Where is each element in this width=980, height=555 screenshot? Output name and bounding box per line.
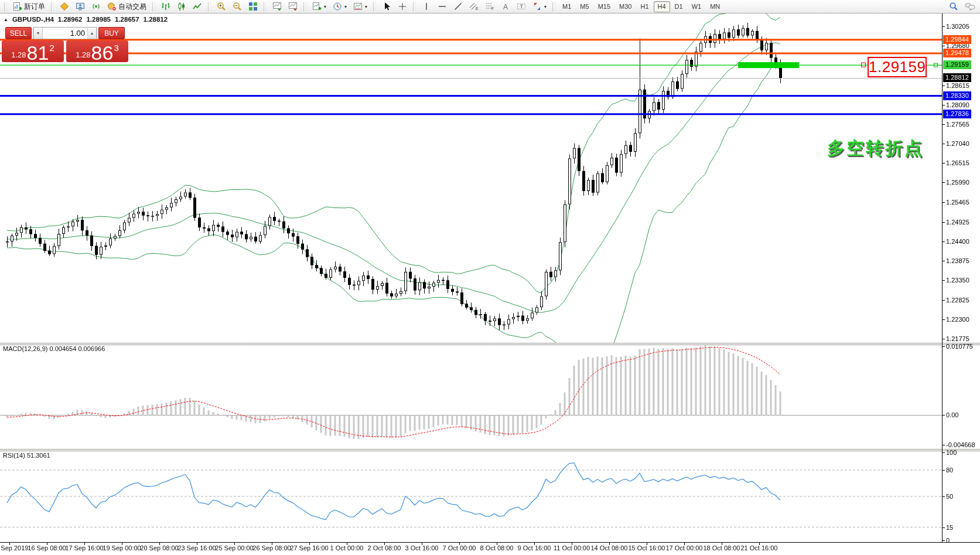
search-icon bbox=[949, 2, 958, 11]
vertical-line-button[interactable] bbox=[419, 1, 434, 13]
toolbar-drag-handle[interactable] bbox=[552, 2, 555, 11]
toolbar-drag-handle[interactable] bbox=[413, 2, 416, 11]
timeframe-m5[interactable]: M5 bbox=[576, 1, 593, 12]
chart-shift-button[interactable] bbox=[285, 1, 301, 13]
ohlc-high: 1.28985 bbox=[86, 16, 111, 23]
horizontal-line-icon bbox=[438, 2, 447, 11]
svg-text:A: A bbox=[503, 3, 508, 11]
toolbar: 新订单 自动交易 ▾ ▾ ▾ E F A T ▾ M1 M5 M15 M30 H… bbox=[0, 0, 980, 13]
signals-button[interactable] bbox=[88, 1, 104, 13]
chevron-down-icon: ▾ bbox=[365, 4, 367, 9]
market-watch-button[interactable] bbox=[57, 1, 72, 13]
vertical-line-icon bbox=[422, 2, 431, 11]
buy-button[interactable]: BUY bbox=[98, 27, 125, 39]
volume-stepper: ▼ ▲ bbox=[33, 27, 97, 39]
timeframe-h1[interactable]: H1 bbox=[636, 1, 653, 12]
horizontal-line-button[interactable] bbox=[435, 1, 450, 13]
periods-button[interactable]: ▾ bbox=[330, 1, 350, 13]
toolbar-drag-handle[interactable] bbox=[152, 2, 155, 11]
chevron-down-icon: ▾ bbox=[544, 4, 547, 9]
zoom-in-button[interactable] bbox=[214, 1, 229, 13]
autotrading-button[interactable]: 自动交易 bbox=[104, 1, 149, 13]
symbol-period-label: GBPUSD-,H4 bbox=[12, 16, 54, 23]
text-icon: A bbox=[501, 2, 510, 11]
sell-button[interactable]: SELL bbox=[5, 27, 32, 39]
chart-shift-icon bbox=[288, 2, 298, 11]
new-chart-button[interactable]: ▾ bbox=[309, 1, 329, 13]
templates-button[interactable]: ▾ bbox=[350, 1, 370, 13]
volume-input[interactable] bbox=[43, 28, 87, 39]
sell-price-pips: 81 bbox=[27, 44, 49, 62]
arrows-button[interactable]: ▾ bbox=[530, 1, 549, 13]
new-order-icon bbox=[13, 2, 22, 11]
fibonacci-button[interactable]: F bbox=[482, 1, 497, 13]
buy-price-major: 1.28 bbox=[76, 50, 90, 59]
buy-price-panel[interactable]: 1.28863 bbox=[66, 40, 128, 62]
svg-text:F: F bbox=[491, 6, 494, 11]
text-button[interactable]: A bbox=[498, 1, 513, 13]
tile-windows-icon bbox=[248, 2, 258, 11]
auto-arrange-icon bbox=[272, 2, 282, 11]
autotrading-icon bbox=[107, 2, 117, 11]
chevron-down-icon: ▾ bbox=[344, 4, 347, 9]
timeframe-d1[interactable]: D1 bbox=[671, 1, 687, 12]
new-chart-icon bbox=[312, 2, 322, 11]
timeframe-mn[interactable]: MN bbox=[706, 1, 724, 12]
candlestick-chart-button[interactable] bbox=[174, 1, 189, 13]
rsi-label: RSI(14) 51.3061 bbox=[3, 452, 50, 459]
one-click-trading-panel: SELL ▼ ▲ BUY 1.28812 1.28863 bbox=[2, 27, 128, 62]
volume-increase-button[interactable]: ▲ bbox=[87, 28, 97, 39]
text-label-button[interactable]: T bbox=[514, 1, 529, 13]
toolbar-drag-handle[interactable] bbox=[264, 2, 267, 11]
line-chart-button[interactable] bbox=[190, 1, 205, 13]
buy-price-pips: 86 bbox=[91, 44, 114, 62]
zoom-in-icon bbox=[217, 2, 226, 11]
trendline-button[interactable] bbox=[450, 1, 466, 13]
toolbar-drag-handle[interactable] bbox=[303, 2, 306, 11]
new-order-button[interactable]: 新订单 bbox=[10, 1, 48, 13]
chat-icon bbox=[965, 2, 975, 11]
bar-chart-button[interactable] bbox=[158, 1, 173, 13]
timeframe-h4[interactable]: H4 bbox=[654, 1, 670, 12]
price-annotation-box[interactable]: 1.29159 bbox=[868, 57, 927, 77]
chart-header: ▲ GBPUSD-,H4 1.28962 1.28985 1.28657 1.2… bbox=[4, 16, 168, 23]
toolbar-drag-handle[interactable] bbox=[4, 2, 7, 11]
price-axis[interactable] bbox=[943, 13, 980, 542]
timeframe-m30[interactable]: M30 bbox=[615, 1, 636, 12]
new-order-label: 新订单 bbox=[24, 2, 45, 12]
text-label-icon: T bbox=[517, 2, 526, 11]
zoom-out-button[interactable] bbox=[230, 1, 245, 13]
chat-button[interactable] bbox=[962, 1, 978, 13]
line-chart-icon bbox=[193, 2, 202, 11]
search-button[interactable] bbox=[946, 1, 961, 13]
svg-text:T: T bbox=[520, 4, 524, 9]
tile-windows-button[interactable] bbox=[245, 1, 261, 13]
trendline-icon bbox=[453, 2, 463, 11]
ohlc-low: 1.28657 bbox=[115, 16, 139, 23]
timeframe-m1[interactable]: M1 bbox=[558, 1, 575, 12]
equidistant-channel-button[interactable]: E bbox=[466, 1, 482, 13]
crosshair-icon bbox=[398, 2, 407, 11]
toolbar-drag-handle[interactable] bbox=[373, 2, 376, 11]
volume-decrease-button[interactable]: ▼ bbox=[33, 28, 43, 39]
ohlc-close: 1.28812 bbox=[144, 16, 168, 23]
timeframe-w1[interactable]: W1 bbox=[688, 1, 706, 12]
cursor-button[interactable] bbox=[379, 1, 394, 13]
bar-chart-icon bbox=[161, 2, 170, 11]
signals-icon bbox=[91, 2, 101, 11]
timeframe-m15[interactable]: M15 bbox=[594, 1, 614, 12]
sell-price-panel[interactable]: 1.28812 bbox=[2, 40, 64, 62]
ohlc-open: 1.28962 bbox=[58, 16, 83, 23]
toolbar-drag-handle[interactable] bbox=[51, 2, 54, 11]
crosshair-button[interactable] bbox=[395, 1, 410, 13]
auto-arrange-button[interactable] bbox=[269, 1, 285, 13]
candlestick-icon bbox=[177, 2, 186, 11]
chart-canvas[interactable] bbox=[0, 0, 980, 555]
arrows-icon bbox=[532, 2, 542, 11]
sell-price-major: 1.28 bbox=[11, 50, 26, 59]
channel-icon: E bbox=[469, 2, 479, 11]
toolbar-drag-handle[interactable] bbox=[208, 2, 211, 11]
collapse-panel-icon[interactable]: ▲ bbox=[4, 17, 8, 22]
terminal-button[interactable] bbox=[73, 1, 88, 13]
time-axis[interactable] bbox=[0, 542, 942, 555]
